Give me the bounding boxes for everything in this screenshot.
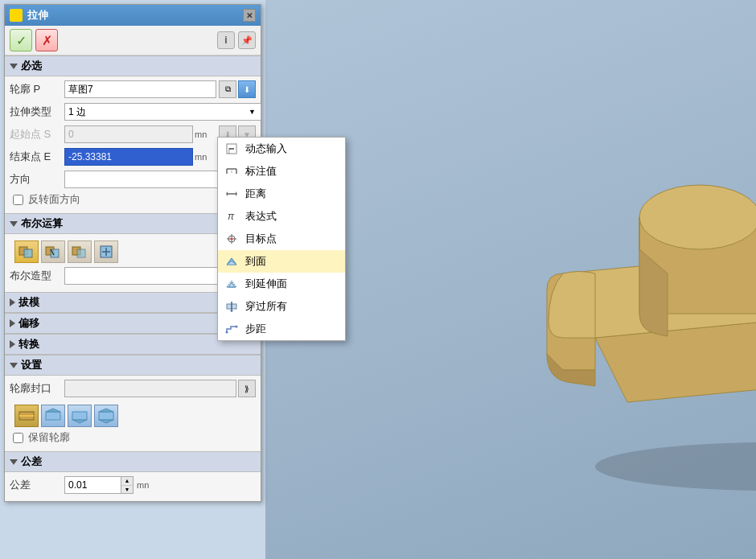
menu-label-expression: 表达式 bbox=[245, 209, 277, 224]
cap-input[interactable] bbox=[64, 380, 236, 397]
end-unit: mn bbox=[195, 152, 217, 162]
profile-row: 轮廓 P ⧉ ⬇ bbox=[10, 80, 256, 99]
menu-label-through-all: 穿过所有 bbox=[245, 299, 287, 314]
keep-profile-checkbox[interactable] bbox=[13, 433, 23, 443]
menu-item-target-point[interactable]: 目标点 bbox=[218, 228, 345, 250]
profile-copy-btn[interactable]: ⧉ bbox=[219, 80, 236, 98]
section-tolerance-content: 公差 ▲ ▼ mn bbox=[5, 472, 261, 501]
start-label: 起始点 S bbox=[10, 127, 64, 142]
cap-dropdown[interactable]: ⟫ bbox=[238, 380, 256, 397]
extrude-type-row: 拉伸类型 1 边 2 边 对称 ▼ bbox=[10, 102, 256, 121]
3d-model: -25.333⊙ X Y Z bbox=[531, 0, 756, 559]
menu-label-to-extended-face: 到延伸面 bbox=[245, 277, 287, 291]
svg-marker-33 bbox=[46, 409, 60, 412]
tolerance-unit: mn bbox=[137, 480, 159, 490]
svg-marker-37 bbox=[99, 409, 113, 412]
dialog-titlebar: 拉伸 ✕ bbox=[5, 5, 261, 26]
reverse-checkbox[interactable] bbox=[13, 195, 23, 205]
section-tolerance-arrow bbox=[10, 459, 18, 465]
section-tolerance-header[interactable]: 公差 bbox=[5, 451, 261, 472]
profile-input[interactable] bbox=[64, 80, 216, 98]
tolerance-label: 公差 bbox=[10, 478, 64, 492]
section-offset-arrow bbox=[10, 319, 15, 327]
menu-item-to-extended-face[interactable]: 到延伸面 bbox=[218, 273, 345, 295]
section-required-arrow bbox=[10, 64, 18, 69]
cap-row: 轮廓封口 ⟫ bbox=[10, 379, 256, 398]
ext-face-icon bbox=[224, 277, 239, 291]
info-button[interactable]: i bbox=[217, 31, 235, 49]
bool-subtract-btn[interactable] bbox=[41, 240, 65, 263]
section-settings-label: 设置 bbox=[21, 358, 42, 372]
svg-rect-36 bbox=[99, 412, 113, 420]
profile-label: 轮廓 P bbox=[10, 82, 64, 97]
cap-btn-4[interactable] bbox=[94, 405, 118, 427]
dialog-title: 拉伸 bbox=[27, 8, 48, 23]
svg-point-3 bbox=[639, 185, 756, 249]
section-draft-arrow bbox=[10, 298, 15, 306]
section-required-header[interactable]: 必选 bbox=[5, 55, 261, 76]
section-required-label: 必选 bbox=[21, 59, 42, 73]
section-transform-arrow bbox=[10, 340, 15, 348]
cap-btn-2[interactable] bbox=[41, 405, 65, 427]
section-boolean-label: 布尔运算 bbox=[21, 216, 63, 231]
cap-btn-3[interactable] bbox=[68, 405, 92, 427]
start-input[interactable] bbox=[64, 125, 193, 143]
svg-marker-35 bbox=[72, 420, 87, 423]
bool-type-label: 布尔造型 bbox=[10, 269, 64, 283]
menu-label-target-point: 目标点 bbox=[245, 232, 277, 246]
pin-button[interactable]: 📌 bbox=[238, 31, 256, 49]
section-boolean-arrow bbox=[10, 221, 18, 227]
svg-rect-34 bbox=[72, 412, 87, 420]
close-icon[interactable]: ✕ bbox=[243, 9, 256, 22]
svg-point-0 bbox=[595, 442, 756, 491]
profile-select-btn[interactable]: ⬇ bbox=[238, 80, 256, 98]
ref-icon bbox=[224, 164, 239, 179]
menu-item-dynamic-input[interactable]: | 动态输入 bbox=[218, 138, 345, 160]
menu-item-expression[interactable]: π 表达式 bbox=[218, 205, 345, 228]
context-menu: | 动态输入 标注值 距离 π bbox=[217, 137, 346, 341]
distance-icon bbox=[224, 187, 239, 201]
menu-label-step: 步距 bbox=[245, 322, 266, 336]
tolerance-down-btn[interactable]: ▼ bbox=[121, 486, 133, 494]
menu-item-reference-value[interactable]: 标注值 bbox=[218, 160, 345, 183]
section-settings-content: 轮廓封口 ⟫ bbox=[5, 376, 261, 451]
bool-new-btn[interactable] bbox=[94, 240, 118, 263]
svg-rect-26 bbox=[77, 249, 85, 257]
svg-rect-32 bbox=[46, 412, 60, 420]
end-input[interactable] bbox=[64, 148, 193, 166]
cursor-icon: | bbox=[224, 142, 239, 156]
start-unit: mn bbox=[195, 129, 217, 139]
svg-point-58 bbox=[236, 326, 238, 328]
section-settings-arrow bbox=[10, 363, 18, 368]
menu-label-reference-value: 标注值 bbox=[245, 164, 277, 179]
reverse-label: 反转面方向 bbox=[28, 192, 80, 207]
menu-label-dynamic-input: 动态输入 bbox=[245, 142, 287, 156]
cap-label: 轮廓封口 bbox=[10, 381, 64, 396]
direction-label: 方向 bbox=[10, 172, 64, 187]
dialog-title-icon bbox=[10, 9, 23, 22]
menu-item-to-face[interactable]: 到面 bbox=[218, 250, 345, 273]
bool-intersect-btn[interactable] bbox=[68, 240, 92, 263]
section-settings-header[interactable]: 设置 bbox=[5, 355, 261, 376]
step-icon bbox=[224, 322, 239, 336]
cap-btn-1[interactable] bbox=[14, 405, 39, 427]
tolerance-up-btn[interactable]: ▲ bbox=[121, 477, 133, 486]
keep-profile-row: 保留轮廓 bbox=[10, 430, 256, 445]
svg-marker-56 bbox=[230, 310, 233, 312]
menu-item-through-all[interactable]: 穿过所有 bbox=[218, 295, 345, 318]
menu-item-step[interactable]: 步距 bbox=[218, 318, 345, 340]
tolerance-input[interactable] bbox=[64, 476, 121, 494]
menu-label-distance: 距离 bbox=[245, 187, 266, 201]
svg-marker-47 bbox=[226, 191, 228, 196]
direction-input[interactable] bbox=[64, 171, 236, 188]
cancel-button[interactable]: ✗ bbox=[35, 29, 58, 51]
svg-text:|: | bbox=[228, 147, 230, 154]
end-label: 结束点 E bbox=[10, 150, 64, 164]
section-draft-label: 拔模 bbox=[18, 295, 39, 310]
ok-button[interactable]: ✓ bbox=[10, 29, 32, 51]
bool-union-btn[interactable] bbox=[14, 240, 39, 263]
face-icon bbox=[224, 254, 239, 269]
extrude-type-select[interactable]: 1 边 2 边 对称 bbox=[64, 103, 261, 121]
menu-item-distance[interactable]: 距离 bbox=[218, 183, 345, 205]
svg-point-53 bbox=[231, 238, 233, 240]
